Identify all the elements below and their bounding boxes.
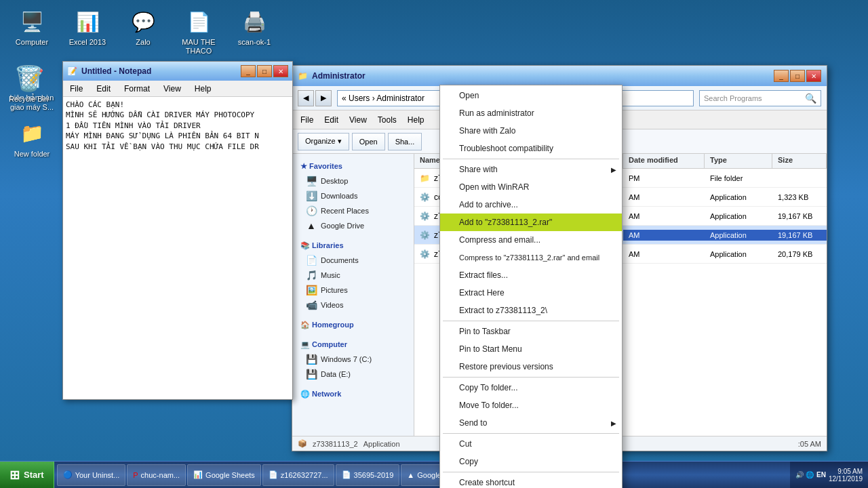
ctx-run-as-admin[interactable]: Run as administrator [440,104,622,122]
homegroup-header[interactable]: 🏠 Homegroup [295,318,411,332]
ctx-send-to[interactable]: Send to ▶ [440,414,622,432]
libraries-header[interactable]: 📚 Libraries [295,239,411,253]
taskbar-item-doc2[interactable]: 📄 35695-2019 [336,464,400,486]
ctx-troubleshoot[interactable]: Troubleshoot compatibility [440,140,622,157]
ctx-extract-to-label: Extract to z73381113_2\ [459,306,547,315]
organize-button[interactable]: Organize ▾ [298,133,349,150]
desktop: 🖥️ Computer 📊 Excel 2013 💬 Zalo 📄 MAU TH… [0,0,868,488]
desktop-icon-new-folder[interactable]: 📁 New folder [5,117,58,161]
explorer-close-button[interactable]: ✕ [806,70,821,82]
explorer-menu-edit[interactable]: Edit [320,114,342,126]
ctx-share-with[interactable]: Share with ▶ [440,161,622,178]
ctx-compress-email-label: Compress and email... [459,235,540,245]
explorer-menu-view[interactable]: View [345,114,371,126]
file-type: Application [705,230,772,241]
file-explorer-titlebar: 📁 Administrator _ □ ✕ [292,66,827,86]
desktop-icon-computer[interactable]: 🖥️ Computer [5,5,58,58]
sidebar-desktop[interactable]: 🖥️ Desktop [295,174,411,188]
notepad-maximize-button[interactable]: □ [257,65,272,77]
explorer-maximize-button[interactable]: □ [790,70,805,82]
col-type[interactable]: Type [705,154,772,168]
ctx-copy[interactable]: Copy [440,453,622,470]
sidebar-recent[interactable]: 🕐 Recent Places [295,203,411,218]
explorer-menu-tools[interactable]: Tools [374,114,401,126]
notepad-menu-file[interactable]: File [66,83,87,95]
ctx-extract-to[interactable]: Extract to z73381113_2\ [440,302,622,319]
sidebar-pictures[interactable]: 🖼️ Pictures [295,283,411,298]
file-icon: ⚙️ [420,249,430,259]
ctx-cut[interactable]: Cut [440,435,622,453]
chucnam-label: chuc-nam... [141,471,180,479]
ctx-restore-prev[interactable]: Restore previous versions [440,358,622,375]
open-button[interactable]: Open [352,133,385,150]
search-icon: 🔍 [805,93,816,104]
doc1-label: z162632727... [281,471,328,479]
ctx-extract-here[interactable]: Extract Here [440,284,622,302]
ctx-compress-email[interactable]: Compress and email... [440,231,622,249]
ctx-open[interactable]: Open [440,87,622,104]
notepad-menu-help[interactable]: Help [191,83,216,95]
recycle-bin[interactable]: 🗑️ Recycle Bin [5,62,52,103]
notepad-close-button[interactable]: ✕ [273,65,288,77]
favorites-header[interactable]: ★ Favorites [295,159,411,174]
ctx-separator-4 [443,433,619,434]
col-size[interactable]: Size [772,154,827,168]
ctx-pin-taskbar-label: Pin to Taskbar [459,327,511,336]
file-type: Application [705,192,772,203]
forward-button[interactable]: ▶ [315,90,332,106]
sidebar-data-e[interactable]: 💾 Data (E:) [295,367,411,382]
search-input[interactable]: Search Programs 🔍 [699,90,821,106]
taskbar-tray: 🔊 🌐 EN 9:05 AM 12/11/2019 [790,462,868,488]
sidebar-documents[interactable]: 📄 Documents [295,253,411,268]
notepad-content[interactable]: CHÀO CÁC BẠN! MÌNH SẼ HƯỚNG DẪN CÀI DRIV… [63,97,292,399]
doc1-icon: 📄 [269,470,278,479]
sidebar-videos[interactable]: 📹 Videos [295,298,411,312]
excel-icon: 📊 [74,8,101,35]
ctx-share-zalo[interactable]: Share with Zalo [440,122,622,140]
scan-icon: 🖨️ [241,8,268,35]
sidebar-windows-c[interactable]: 💾 Windows 7 (C:) [295,352,411,367]
ctx-pin-taskbar[interactable]: Pin to Taskbar [440,323,622,340]
libraries-section: 📚 Libraries 📄 Documents 🎵 Music 🖼️ Pictu… [295,239,411,312]
notepad-menu-edit[interactable]: Edit [92,83,115,95]
new-folder-icon: 📁 [18,120,45,147]
explorer-menu-help[interactable]: Help [403,114,429,126]
back-button[interactable]: ◀ [298,90,314,106]
sidebar-downloads[interactable]: ⬇️ Downloads [295,188,411,203]
desktop-icon-excel[interactable]: 📊 Excel 2013 [61,5,114,58]
ctx-separator-3 [443,377,619,378]
computer-sidebar-header[interactable]: 💻 Computer [295,338,411,352]
ctx-create-shortcut[interactable]: Create shortcut [440,474,622,488]
notepad-menu: File Edit Format View Help [63,81,292,97]
favorites-section: ★ Favorites 🖥️ Desktop ⬇️ Downloads 🕐 Re… [295,159,411,233]
taskbar: ⊞ Start 🔵 Your Uninst... P chuc-nam... 📊… [0,461,868,488]
ctx-pin-start[interactable]: Pin to Start Menu [440,340,622,358]
explorer-menu-file[interactable]: File [296,114,317,126]
notepad-menu-view[interactable]: View [159,83,185,95]
taskbar-item-chucnam[interactable]: P chuc-nam... [127,464,186,486]
col-date[interactable]: Date modified [623,154,705,168]
ctx-move-to[interactable]: Move To folder... [440,396,622,414]
ctx-copy-to[interactable]: Copy To folder... [440,379,622,396]
taskbar-item-sheets[interactable]: 📊 Google Sheets [187,464,261,486]
ctx-open-winrar[interactable]: Open with WinRAR [440,178,622,196]
taskbar-item-doc1[interactable]: 📄 z162632727... [262,464,334,486]
explorer-minimize-button[interactable]: _ [774,70,789,82]
ctx-compress-rar-email[interactable]: Compress to "z73381113_2.rar" and email [440,249,622,266]
desktop-icon-mau-the-thaco[interactable]: 📄 MAU THE THACO [172,5,225,58]
tray-date: 12/11/2019 [829,475,863,483]
sidebar-google-drive[interactable]: ▲ Google Drive [295,218,411,233]
notepad-minimize-button[interactable]: _ [241,65,256,77]
taskbar-item-uninst[interactable]: 🔵 Your Uninst... [57,464,126,486]
sidebar-music[interactable]: 🎵 Music [295,268,411,283]
data-e-label: Data (E:) [321,370,351,378]
ctx-extract-files[interactable]: Extract files... [440,266,622,284]
ctx-add-rar[interactable]: Add to "z73381113_2.rar" [440,214,622,231]
network-header[interactable]: 🌐 Network [295,387,411,401]
share-button[interactable]: Sha... [388,133,422,150]
notepad-menu-format[interactable]: Format [120,83,154,95]
ctx-add-archive[interactable]: Add to archive... [440,196,622,214]
desktop-icon-scan[interactable]: 🖨️ scan-ok-1 [228,5,281,58]
desktop-icon-zalo[interactable]: 💬 Zalo [117,5,170,58]
start-button[interactable]: ⊞ Start [0,462,54,488]
